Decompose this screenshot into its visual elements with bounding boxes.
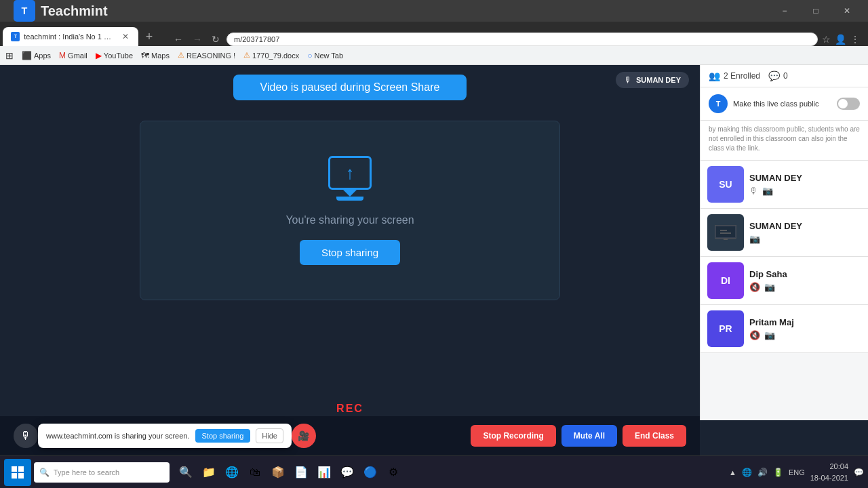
svg-rect-10 xyxy=(18,466,24,472)
paused-banner-text: Video is paused during Screen Share xyxy=(260,81,440,93)
enrolled-count: 2 Enrolled xyxy=(724,71,760,81)
taskbar-search[interactable]: 🔍 Type here to search xyxy=(34,462,170,483)
cam-off-icon-dip: 📷 xyxy=(764,282,775,292)
participant-avatar-suman: SU xyxy=(707,166,744,203)
taskbar-icon-whatsapp[interactable]: 💬 xyxy=(336,462,358,483)
system-tray: ▲ 🌐 🔊 🔋 ENG 20:04 18-04-2021 💬 xyxy=(729,461,864,483)
taskbar-icon-settings[interactable]: ⚙ xyxy=(382,462,404,483)
tray-volume-icon: 🔊 xyxy=(757,468,768,477)
taskbar-icon-cortana[interactable]: 🔍 xyxy=(175,462,197,483)
svg-rect-12 xyxy=(18,473,24,479)
bookmark-youtube[interactable]: ▶ YouTube xyxy=(96,51,133,60)
mic-toggle-button[interactable]: 🎙 xyxy=(14,424,38,448)
tray-network-icon: 🌐 xyxy=(742,468,752,477)
menu-icon[interactable]: ⋮ xyxy=(850,34,860,45)
close-button[interactable]: ✕ xyxy=(831,0,863,22)
make-public-desc-text: by making this classroom public, student… xyxy=(709,125,860,152)
main-app-area: Video is paused during Screen Share 🎙 SU… xyxy=(0,65,868,420)
tab-close-button[interactable]: ✕ xyxy=(121,30,130,43)
taskbar-search-placeholder: Type here to search xyxy=(54,468,119,476)
bookmarks-bar: ⊞ ⬛ Apps M Gmail ▶ YouTube 🗺 Maps ⚠ REAS… xyxy=(0,46,868,65)
new-tab-button[interactable]: + xyxy=(140,27,159,46)
video-panel: Video is paused during Screen Share 🎙 SU… xyxy=(0,65,700,420)
share-icon-container: ↑ xyxy=(328,156,372,201)
make-public-row: T Make this live class public xyxy=(701,87,868,121)
refresh-button[interactable]: ↻ xyxy=(209,33,222,46)
clock-date: 18-04-2021 xyxy=(810,472,848,484)
participant-avatar-dip: DI xyxy=(707,262,744,299)
share-icon-base xyxy=(336,197,363,201)
taskbar-icon-apps2[interactable]: 📦 xyxy=(267,462,289,483)
participant-card-suman: SU SUMAN DEY 🎙 📷 xyxy=(701,161,868,209)
apps-grid-icon[interactable]: ⊞ xyxy=(5,50,14,61)
sharing-notification-bar: www.teachmint.com is sharing your screen… xyxy=(38,424,292,448)
stop-sharing-button[interactable]: Stop sharing xyxy=(300,240,400,265)
window-controls[interactable]: − □ ✕ xyxy=(769,0,863,22)
screen-thumbnail xyxy=(707,214,744,251)
participant-info-pritam: Pritam Maj 🔇 📷 xyxy=(749,317,794,340)
start-button[interactable] xyxy=(4,459,31,486)
taskbar-icon-chrome[interactable]: 🔵 xyxy=(359,462,381,483)
end-class-button[interactable]: End Class xyxy=(623,425,686,447)
back-button[interactable]: ← xyxy=(171,33,186,46)
taskbar-icon-store[interactable]: 🛍 xyxy=(244,462,266,483)
taskbar-icon-fileexplorer[interactable]: 📁 xyxy=(198,462,220,483)
svg-rect-9 xyxy=(12,466,17,472)
participant-card-pritam: PR Pritam Maj 🔇 📷 xyxy=(701,305,868,353)
screen-share-area: ↑ You're sharing your screen Stop sharin… xyxy=(140,121,560,300)
tray-lang: ENG xyxy=(789,468,805,476)
svg-text:T: T xyxy=(22,5,28,16)
participant-info-suman-screen: SUMAN DEY 📷 xyxy=(749,221,802,244)
profile-icon[interactable]: 👤 xyxy=(835,34,846,45)
tray-up-arrow-icon[interactable]: ▲ xyxy=(729,468,736,476)
right-sidebar: 👥 2 Enrolled 💬 0 T Make this live class … xyxy=(700,65,868,420)
rec-label: REC xyxy=(336,403,363,415)
participant-card-dip: DI Dip Saha 🔇 📷 xyxy=(701,257,868,305)
chat-count: 0 xyxy=(783,71,788,81)
address-bar[interactable]: m/203717807 xyxy=(226,33,818,46)
mic-toggle-icon: 🎙 xyxy=(20,430,31,442)
mic-off-icon-dip: 🔇 xyxy=(749,282,760,292)
maximize-button[interactable]: □ xyxy=(800,0,831,22)
bookmark-maps[interactable]: 🗺 Maps xyxy=(141,51,170,60)
svg-rect-11 xyxy=(12,473,17,479)
cam-off-icon-suman-screen: 📷 xyxy=(749,234,760,244)
active-tab[interactable]: T teachmint : India's No 1 Onl... ✕ xyxy=(3,27,138,46)
tab-favicon: T xyxy=(11,32,20,41)
bookmark-newtab[interactable]: ○ New Tab xyxy=(307,51,343,60)
mic-indicator: 🎙 SUMAN DEY xyxy=(616,72,689,88)
toggle-knob xyxy=(838,99,848,108)
cam-toggle-button[interactable]: 🎥 xyxy=(292,424,316,448)
chat-icon: 💬 xyxy=(768,70,780,81)
cam-toggle-icon: 🎥 xyxy=(298,430,309,441)
participant-avatar-pritam: PR xyxy=(707,310,744,347)
mute-all-button[interactable]: Mute All xyxy=(561,425,617,447)
bookmark-apps[interactable]: ⬛ Apps xyxy=(22,51,51,60)
share-icon-arrow xyxy=(343,190,357,197)
sharing-hide-button[interactable]: Hide xyxy=(256,428,283,443)
stop-recording-button[interactable]: Stop Recording xyxy=(471,425,555,447)
forward-button[interactable]: → xyxy=(190,33,205,46)
chat-badge: 💬 0 xyxy=(768,70,788,81)
bookmark-gmail[interactable]: M Gmail xyxy=(59,51,87,60)
bookmark-icon[interactable]: ☆ xyxy=(822,34,831,45)
tray-notification-icon[interactable]: 💬 xyxy=(854,468,864,477)
sharing-stop-button[interactable]: Stop sharing xyxy=(195,429,251,443)
taskbar-icon-excel[interactable]: 📊 xyxy=(313,462,335,483)
system-clock: 20:04 18-04-2021 xyxy=(810,461,848,483)
minimize-button[interactable]: − xyxy=(769,0,800,22)
bookmark-reasoning[interactable]: ⚠ REASONING ! xyxy=(178,51,235,60)
cam-off-icon-suman: 📷 xyxy=(762,186,773,196)
windows-logo-icon xyxy=(12,466,24,479)
make-public-toggle[interactable] xyxy=(837,98,860,110)
bookmark-docx[interactable]: ⚠ 1770_79.docx xyxy=(243,51,299,60)
action-buttons: Stop Recording Mute All End Class xyxy=(471,425,686,447)
address-text: m/203717807 xyxy=(234,35,279,43)
participant-card-suman-screen: SUMAN DEY 📷 xyxy=(701,209,868,257)
mic-name: SUMAN DEY xyxy=(636,76,681,84)
taskbar-icon-docs[interactable]: 📄 xyxy=(290,462,312,483)
taskbar-app-icons: 🔍 📁 🌐 🛍 📦 📄 📊 💬 🔵 ⚙ xyxy=(175,462,404,483)
taskbar-icon-edge[interactable]: 🌐 xyxy=(221,462,243,483)
participant-icons-dip: 🔇 📷 xyxy=(749,282,787,292)
cam-off-icon-pritam: 📷 xyxy=(764,330,775,340)
